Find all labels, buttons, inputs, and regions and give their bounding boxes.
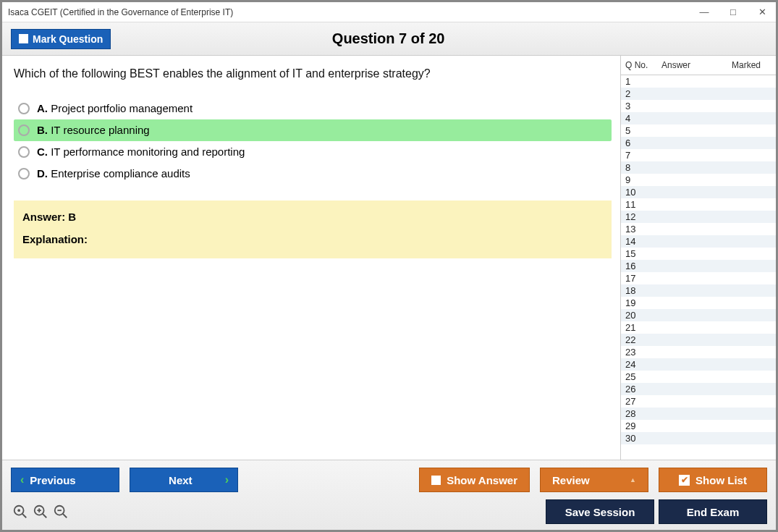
- svg-line-8: [63, 514, 67, 518]
- question-counter: Question 7 of 20: [111, 30, 666, 47]
- show-answer-label: Show Answer: [447, 474, 517, 486]
- question-list-row[interactable]: 18: [621, 284, 776, 297]
- show-answer-button[interactable]: Show Answer: [419, 468, 530, 492]
- options-list: A. Project portfolio managementB. IT res…: [14, 98, 612, 185]
- question-list-row[interactable]: 4: [621, 112, 776, 124]
- option-c[interactable]: C. IT performance monitoring and reporti…: [14, 141, 612, 163]
- window-title: Isaca CGEIT (Certified in the Governance…: [8, 7, 695, 17]
- question-list-panel: Q No. Answer Marked 12345678910111213141…: [620, 56, 776, 460]
- question-list-row[interactable]: 9: [621, 174, 776, 186]
- radio-icon: [18, 168, 30, 180]
- zoom-reset-icon[interactable]: [12, 504, 28, 520]
- question-list-row[interactable]: 14: [621, 235, 776, 248]
- save-session-button[interactable]: Save Session: [546, 499, 654, 524]
- review-button[interactable]: Review ▲: [540, 468, 648, 492]
- close-button[interactable]: ✕: [753, 5, 771, 20]
- next-label: Next: [142, 474, 219, 486]
- answer-line: Answer: B: [22, 211, 603, 223]
- option-label: D. Enterprise compliance audits: [37, 167, 190, 180]
- radio-icon: [18, 103, 30, 114]
- header-marked: Marked: [719, 60, 773, 70]
- question-list-row[interactable]: 17: [621, 272, 776, 284]
- show-list-label: Show List: [695, 474, 747, 486]
- question-list[interactable]: 1234567891011121314151617181920212223242…: [621, 75, 776, 460]
- main-area: Which of the following BEST enables the …: [2, 56, 776, 460]
- end-exam-label: End Exam: [687, 506, 740, 518]
- question-list-row[interactable]: 26: [621, 383, 776, 395]
- chevron-left-icon: ‹: [20, 473, 24, 486]
- question-list-row[interactable]: 24: [621, 358, 776, 371]
- next-button[interactable]: Next ›: [130, 468, 238, 492]
- end-exam-button[interactable]: End Exam: [659, 499, 767, 524]
- question-list-row[interactable]: 28: [621, 408, 776, 420]
- question-list-row[interactable]: 21: [621, 321, 776, 334]
- save-session-label: Save Session: [565, 506, 635, 518]
- question-list-row[interactable]: 23: [621, 346, 776, 358]
- question-list-row[interactable]: 29: [621, 420, 776, 432]
- question-list-row[interactable]: 19: [621, 297, 776, 309]
- header-qno: Q No.: [625, 60, 661, 70]
- option-label: B. IT resource planning: [37, 124, 150, 137]
- question-list-row[interactable]: 20: [621, 309, 776, 321]
- window-controls: — □ ✕: [695, 5, 771, 20]
- question-list-row[interactable]: 22: [621, 334, 776, 346]
- button-row-1: ‹ Previous Next › Show Answer Review ▲ ✔…: [11, 468, 767, 492]
- svg-line-1: [22, 514, 27, 518]
- previous-label: Previous: [30, 474, 75, 486]
- checkbox-icon: [431, 476, 441, 485]
- explanation-label: Explanation:: [22, 233, 603, 245]
- option-b[interactable]: B. IT resource planning: [14, 119, 612, 141]
- option-label: A. Project portfolio management: [37, 102, 193, 115]
- svg-point-2: [17, 509, 20, 512]
- checkbox-icon: [19, 34, 28, 43]
- svg-line-4: [43, 514, 47, 518]
- radio-icon: [18, 146, 30, 158]
- bottom-bar: ‹ Previous Next › Show Answer Review ▲ ✔…: [2, 460, 776, 530]
- question-list-row[interactable]: 2: [621, 88, 776, 100]
- option-d[interactable]: D. Enterprise compliance audits: [14, 163, 612, 185]
- mark-question-button[interactable]: Mark Question: [11, 29, 111, 49]
- question-list-row[interactable]: 15: [621, 248, 776, 260]
- option-a[interactable]: A. Project portfolio management: [14, 98, 612, 119]
- option-label: C. IT performance monitoring and reporti…: [37, 145, 245, 159]
- question-list-row[interactable]: 30: [621, 432, 776, 444]
- question-list-row[interactable]: 3: [621, 100, 776, 112]
- question-list-row[interactable]: 25: [621, 371, 776, 383]
- zoom-out-icon[interactable]: [53, 504, 69, 520]
- button-row-2: Save Session End Exam: [11, 499, 767, 524]
- radio-icon: [18, 124, 30, 136]
- app-window: Isaca CGEIT (Certified in the Governance…: [0, 0, 778, 532]
- question-list-row[interactable]: 12: [621, 211, 776, 223]
- question-list-row[interactable]: 16: [621, 260, 776, 272]
- question-list-row[interactable]: 13: [621, 223, 776, 235]
- question-list-row[interactable]: 1: [621, 75, 776, 88]
- question-text: Which of the following BEST enables the …: [14, 67, 612, 80]
- question-list-row[interactable]: 10: [621, 186, 776, 198]
- minimize-button[interactable]: —: [695, 5, 714, 20]
- checkbox-checked-icon: ✔: [679, 475, 690, 486]
- zoom-in-icon[interactable]: [33, 504, 48, 520]
- review-label: Review: [552, 474, 590, 486]
- question-list-row[interactable]: 27: [621, 395, 776, 408]
- dropdown-triangle-icon: ▲: [630, 476, 636, 484]
- topbar: Mark Question Question 7 of 20: [2, 22, 776, 56]
- question-list-row[interactable]: 6: [621, 137, 776, 149]
- mark-question-label: Mark Question: [33, 33, 103, 45]
- question-list-row[interactable]: 5: [621, 124, 776, 137]
- header-answer: Answer: [661, 60, 719, 70]
- list-header: Q No. Answer Marked: [621, 56, 776, 75]
- answer-box: Answer: B Explanation:: [14, 200, 612, 258]
- show-list-button[interactable]: ✔ Show List: [659, 468, 767, 492]
- question-list-row[interactable]: 8: [621, 161, 776, 174]
- question-list-row[interactable]: 7: [621, 149, 776, 161]
- maximize-button[interactable]: □: [724, 5, 743, 20]
- question-pane: Which of the following BEST enables the …: [2, 56, 620, 460]
- titlebar: Isaca CGEIT (Certified in the Governance…: [2, 2, 776, 22]
- question-list-row[interactable]: 11: [621, 198, 776, 211]
- previous-button[interactable]: ‹ Previous: [11, 468, 119, 492]
- chevron-right-icon: ›: [225, 473, 229, 486]
